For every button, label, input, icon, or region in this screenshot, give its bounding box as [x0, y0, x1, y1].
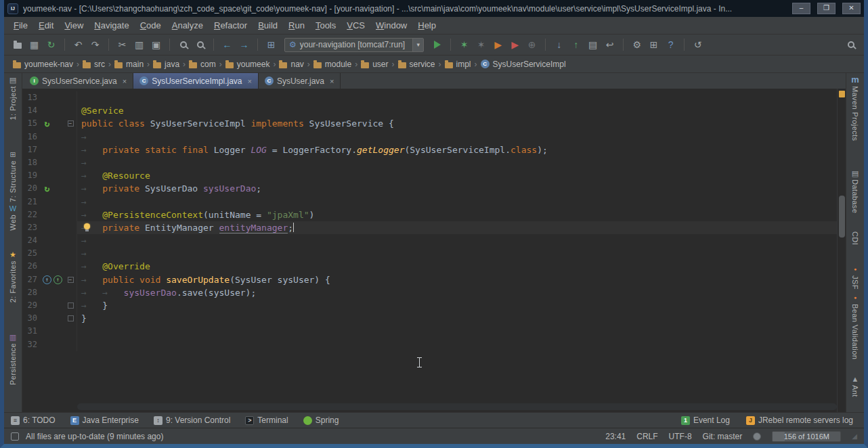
menu-build[interactable]: Build	[253, 18, 283, 32]
tool-button-web[interactable]: WWeb	[4, 204, 22, 231]
breadcrumb-item-java[interactable]: java	[151, 58, 181, 70]
close-icon[interactable]: ×	[330, 77, 334, 85]
scrollbar-thumb[interactable]	[839, 196, 845, 238]
menu-view[interactable]: View	[59, 18, 89, 32]
memory-indicator[interactable]: 156 of 1016M	[772, 431, 841, 442]
encoding-indicator[interactable]: UTF-8	[669, 432, 692, 441]
menu-analyze[interactable]: Analyze	[167, 18, 209, 32]
tool-button-2-favorites[interactable]: ★2: Favorites	[4, 250, 22, 303]
breadcrumb-item-main[interactable]: main	[112, 58, 146, 70]
tool-button-jsf[interactable]: ●JSF	[846, 265, 864, 290]
menu-run[interactable]: Run	[283, 18, 310, 32]
undo-icon[interactable]: ↶	[70, 37, 86, 52]
hector-icon[interactable]	[753, 432, 761, 441]
code-editor[interactable]: 1314@Service15↻−public class SysUserServ…	[22, 89, 846, 412]
maximize-button[interactable]: ❐	[817, 3, 836, 14]
fold-open-icon[interactable]: −	[68, 277, 74, 283]
breadcrumb-item-src[interactable]: src	[81, 58, 107, 70]
chevron-down-icon[interactable]: ▾	[412, 39, 423, 51]
replace-icon[interactable]	[192, 37, 208, 52]
navigate-forward-icon[interactable]: →	[236, 37, 252, 52]
resize-grip[interactable]: ◢	[852, 432, 857, 440]
menu-help[interactable]: Help	[412, 18, 441, 32]
toolwindow-button-jrebel-remote-servers-log[interactable]: JJRebel remote servers log	[746, 416, 853, 425]
redo-icon[interactable]: ↷	[87, 37, 103, 52]
git-branch-indicator[interactable]: Git: master	[703, 432, 743, 441]
jrebel-run-icon[interactable]: ▶	[490, 37, 506, 52]
settings-icon[interactable]: ⚙	[629, 37, 645, 52]
breadcrumb-item-youmeek-nav[interactable]: youmeek-nav	[11, 58, 75, 70]
make-project-icon[interactable]: ⊞	[263, 37, 279, 52]
navigate-back-icon[interactable]: ←	[219, 37, 235, 52]
close-icon[interactable]: ×	[248, 77, 252, 85]
spring-gutter-icon[interactable]: ↻	[43, 184, 51, 193]
breadcrumb-item-sysuserserviceimpl[interactable]: CSysUserServiceImpl	[479, 58, 568, 70]
toolwindow-button-spring[interactable]: Spring	[303, 416, 339, 425]
close-icon[interactable]: ×	[123, 77, 127, 85]
open-file-icon[interactable]	[9, 37, 25, 52]
profile-icon[interactable]: ✶	[473, 37, 489, 52]
toolwindow-button-java-enterprise[interactable]: EJava Enterprise	[70, 416, 139, 425]
show-changes-icon[interactable]: ▤	[585, 37, 601, 52]
tool-button-1-project[interactable]: ▤1: Project	[4, 76, 22, 120]
editor-scrollbar[interactable]	[837, 89, 846, 412]
toolwindow-button-terminal[interactable]: >Terminal	[245, 416, 288, 425]
view-breakpoints-icon[interactable]: ⊞	[646, 37, 661, 52]
breadcrumb-item-nav[interactable]: nav	[277, 58, 305, 70]
menu-navigate[interactable]: Navigate	[89, 18, 134, 32]
toolwindow-button-9-version-control[interactable]: ↕9: Version Control	[154, 416, 230, 425]
breadcrumb-item-user[interactable]: user	[359, 58, 390, 70]
breadcrumb-item-impl[interactable]: impl	[443, 58, 473, 70]
override-gutter-icon[interactable]: ↑	[43, 275, 51, 284]
menu-tools[interactable]: Tools	[310, 18, 341, 32]
fold-open-icon[interactable]: −	[68, 120, 74, 127]
cut-icon[interactable]: ✂	[114, 37, 130, 52]
rollback-icon[interactable]: ↩	[602, 37, 617, 52]
run-coverage-icon[interactable]: ✶	[456, 37, 472, 52]
menu-edit[interactable]: Edit	[33, 18, 59, 32]
copy-icon[interactable]: ▥	[131, 37, 147, 52]
inspection-indicator[interactable]	[839, 91, 845, 97]
commit-changes-icon[interactable]: ↑	[568, 37, 584, 52]
run-icon[interactable]	[429, 37, 445, 52]
run-configuration-select[interactable]: ⚙your-navigation [tomcat7:run]▾	[284, 38, 424, 52]
menu-file[interactable]: File	[8, 18, 33, 32]
breadcrumb-item-service[interactable]: service	[396, 58, 437, 70]
breadcrumb-item-youmeek[interactable]: youmeek	[223, 58, 272, 70]
horizontal-scrollbar[interactable]	[77, 403, 837, 410]
find-icon[interactable]	[175, 37, 191, 52]
tab-sysuser-java[interactable]: CSysUser.java×	[259, 73, 341, 89]
menu-window[interactable]: Window	[370, 18, 412, 32]
toolwindow-toggle-icon[interactable]	[11, 432, 19, 441]
fold-end-icon[interactable]	[68, 303, 74, 309]
paste-icon[interactable]: ▣	[148, 37, 164, 52]
tool-button-cdi[interactable]: CDI	[846, 231, 864, 245]
tool-button-ant[interactable]: ▲Ant	[846, 375, 864, 397]
help-icon[interactable]: ?	[663, 37, 678, 52]
toolwindow-button-6-todo[interactable]: ≡6: TODO	[11, 416, 56, 425]
implements-gutter-icon[interactable]: ↑	[53, 275, 62, 284]
synchronize-icon[interactable]: ↻	[43, 37, 59, 52]
tool-button-database[interactable]: ▤Database	[846, 169, 864, 213]
fold-end-icon[interactable]	[68, 315, 74, 321]
tab-sysuserservice-java[interactable]: ISysUserService.java×	[24, 73, 133, 89]
update-project-icon[interactable]: ↓	[551, 37, 567, 52]
search-everywhere-icon[interactable]	[843, 37, 859, 52]
spring-gutter-icon[interactable]: ↻	[43, 119, 51, 128]
line-separator-indicator[interactable]: CRLF	[636, 432, 657, 441]
menu-refactor[interactable]: Refactor	[209, 18, 253, 32]
menu-code[interactable]: Code	[135, 18, 167, 32]
jrebel-sync-icon[interactable]: ↺	[690, 37, 706, 52]
tab-sysuserserviceimpl-java[interactable]: CSysUserServiceImpl.java×	[133, 73, 259, 89]
intention-bulb-icon[interactable]	[84, 223, 90, 229]
tool-button-persistence[interactable]: ▥Persistence	[4, 333, 22, 385]
jrebel-debug-icon[interactable]: ▶	[507, 37, 523, 52]
breadcrumb-item-module[interactable]: module	[311, 58, 353, 70]
attach-icon[interactable]: ⊕	[524, 37, 540, 52]
tool-button-maven-projects[interactable]: mMaven Projects	[846, 76, 864, 141]
toolwindow-button-event-log[interactable]: 1Event Log	[681, 416, 730, 425]
breadcrumb-item-com[interactable]: com	[187, 58, 218, 70]
tool-button-7-structure[interactable]: ⊞7: Structure	[4, 150, 22, 202]
menu-vcs[interactable]: VCS	[341, 18, 370, 32]
close-button[interactable]: ✕	[842, 3, 861, 14]
